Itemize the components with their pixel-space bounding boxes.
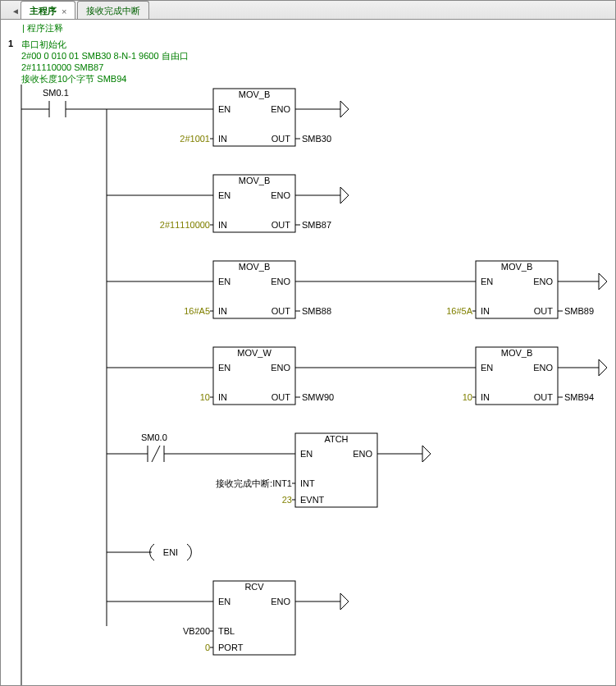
svg-text:10: 10 [200, 392, 210, 402]
network-number: 1 [1, 37, 16, 686]
svg-text:EN: EN [218, 277, 230, 286]
svg-text:EN: EN [218, 104, 230, 114]
svg-text:IN: IN [218, 306, 227, 316]
svg-text:OUT: OUT [271, 392, 291, 402]
svg-text:IN: IN [218, 220, 227, 230]
network-title: 串口初始化 2#00 0 010 01 SMB30 8-N-1 9600 自由口… [16, 37, 615, 85]
contact-label: SM0.1 [43, 88, 69, 98]
svg-text:IN: IN [218, 134, 227, 144]
svg-text:接收完成中断:INT1: 接收完成中断:INT1 [216, 478, 292, 488]
svg-text:OUT: OUT [271, 306, 291, 316]
block-atch: SM0.0 ATCH EN ENO INT EVNT 接收完成中断:INT1 2… [107, 432, 431, 507]
block-mov-b-3: MOV_B EN ENO IN OUT 16#A5 SMB88 MOV_B EN… [107, 261, 607, 318]
close-icon[interactable]: × [62, 7, 66, 16]
svg-text:IN: IN [218, 392, 227, 402]
svg-text:ENO: ENO [271, 597, 290, 606]
svg-text:OUT: OUT [271, 220, 291, 230]
svg-text:VB200: VB200 [183, 626, 210, 636]
comment-label: 程序注释 [27, 23, 63, 33]
svg-text:INT: INT [300, 478, 315, 488]
svg-text:MOV_B: MOV_B [501, 348, 533, 358]
title-line: 2#11110000 SMB87 [21, 62, 615, 73]
network-1: 1 串口初始化 2#00 0 010 01 SMB30 8-N-1 9600 自… [1, 37, 615, 686]
block-mov-b-1: MOV_B EN ENO IN OUT 2#1001 SMB30 [107, 89, 349, 146]
svg-text:MOV_B: MOV_B [501, 262, 533, 272]
coil-eni: ENI [107, 544, 191, 560]
block-rcv: RCV EN ENO TBL PORT VB200 0 [107, 581, 349, 655]
svg-text:EN: EN [218, 363, 230, 373]
svg-text:ENO: ENO [271, 104, 290, 114]
program-comment: | 程序注释 [1, 20, 615, 37]
tab-label: 接收完成中断 [86, 5, 140, 17]
tab-nav-left-icon[interactable]: ◄ [11, 2, 21, 19]
svg-text:ENO: ENO [271, 363, 290, 373]
svg-line-79 [152, 446, 160, 462]
svg-text:EN: EN [300, 449, 313, 459]
tab-interrupt[interactable]: 接收完成中断 [77, 1, 149, 19]
svg-text:TBL: TBL [218, 626, 235, 636]
svg-text:RCV: RCV [244, 582, 264, 592]
svg-text:MOV_W: MOV_W [237, 348, 271, 358]
svg-text:10: 10 [463, 392, 472, 402]
tab-label: 主程序 [30, 5, 57, 17]
svg-text:SMB88: SMB88 [302, 306, 331, 316]
svg-text:EN: EN [481, 363, 493, 373]
svg-text:IN: IN [481, 306, 490, 316]
svg-text:EN: EN [218, 190, 230, 200]
svg-text:ENO: ENO [271, 277, 290, 286]
svg-text:ENO: ENO [353, 449, 372, 459]
svg-text:ENO: ENO [533, 363, 553, 373]
svg-text:0: 0 [205, 643, 210, 652]
ladder-diagram: SM0.1 MOV_B EN ENO IN OUT 2#1001 SMB30 [16, 85, 615, 686]
svg-text:SMB87: SMB87 [302, 220, 331, 230]
block-mov-w-4: MOV_W EN ENO IN OUT 10 SMW90 MOV_B EN EN… [107, 347, 607, 405]
editor-window: ◄ 主程序 × 接收完成中断 | 程序注释 1 串口初始化 2#00 0 010… [0, 0, 616, 686]
svg-text:SMW90: SMW90 [302, 392, 334, 402]
title-line: 接收长度10个字节 SMB94 [21, 73, 615, 85]
svg-text:2#1001: 2#1001 [180, 134, 210, 144]
svg-text:SM0.0: SM0.0 [141, 432, 167, 442]
block-mov-b-2: MOV_B EN ENO IN OUT 2#11110000 SMB87 [107, 175, 349, 232]
title-line: 串口初始化 [21, 39, 615, 50]
svg-text:EVNT: EVNT [300, 495, 325, 505]
svg-text:2#11110000: 2#11110000 [160, 220, 210, 230]
svg-text:OUT: OUT [271, 134, 291, 144]
title-line: 2#00 0 010 01 SMB30 8-N-1 9600 自由口 [21, 50, 615, 62]
svg-text:SMB94: SMB94 [564, 392, 594, 402]
svg-text:OUT: OUT [534, 392, 554, 402]
svg-text:SMB89: SMB89 [564, 306, 594, 316]
svg-text:IN: IN [481, 392, 490, 402]
svg-text:ENO: ENO [533, 277, 553, 286]
svg-text:SMB30: SMB30 [302, 134, 331, 144]
svg-text:OUT: OUT [534, 306, 554, 316]
svg-text:16#A5: 16#A5 [184, 306, 210, 316]
svg-text:PORT: PORT [218, 643, 244, 652]
svg-text:ATCH: ATCH [324, 434, 348, 444]
svg-text:MOV_B: MOV_B [239, 176, 271, 185]
tab-bar: ◄ 主程序 × 接收完成中断 [1, 1, 615, 20]
svg-text:ENO: ENO [271, 190, 290, 200]
svg-text:MOV_B: MOV_B [239, 262, 271, 272]
svg-text:EN: EN [218, 597, 230, 606]
svg-text:23: 23 [282, 495, 292, 505]
svg-text:ENI: ENI [163, 547, 178, 557]
svg-text:EN: EN [481, 277, 493, 286]
svg-text:MOV_B: MOV_B [239, 89, 271, 99]
svg-text:16#5A: 16#5A [446, 306, 472, 316]
tab-main-program[interactable]: 主程序 × [21, 1, 75, 19]
